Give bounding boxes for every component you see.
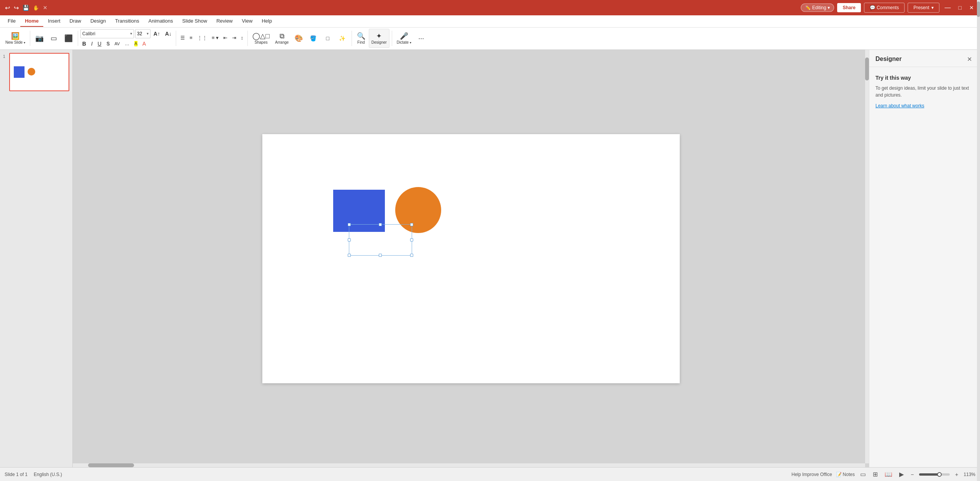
handle-br[interactable] bbox=[410, 254, 413, 257]
zoom-slider-thumb[interactable] bbox=[937, 472, 942, 477]
redo-button[interactable]: ↪ bbox=[13, 3, 20, 12]
font-decrease-button[interactable]: A↓ bbox=[163, 30, 173, 38]
handle-bm[interactable] bbox=[379, 254, 382, 257]
font-family-box[interactable]: Calibri ▾ bbox=[80, 29, 134, 38]
designer-learn-link[interactable]: Learn about what works bbox=[875, 103, 974, 108]
tab-draw[interactable]: Draw bbox=[65, 16, 86, 27]
title-bar-right: ✏️ Editing ▾ Share 💬 Comments Present ▾ … bbox=[733, 3, 976, 13]
shape-fill-button[interactable]: 🪣 bbox=[306, 29, 320, 48]
ribbon: File Home Insert Draw Design Transitions… bbox=[0, 15, 980, 50]
tab-slideshow[interactable]: Slide Show bbox=[178, 16, 212, 27]
screenshot-button[interactable]: 📷 bbox=[33, 29, 46, 48]
share-button[interactable]: Share bbox=[837, 3, 861, 12]
indent-increase-button[interactable]: ⇥ bbox=[230, 34, 238, 42]
zoom-in-button[interactable]: + bbox=[954, 471, 960, 478]
new-slide-button[interactable]: 🖼️ New Slide ▾ bbox=[3, 29, 28, 48]
zoom-out-button[interactable]: − bbox=[909, 471, 915, 478]
slide-thumbnail-1[interactable] bbox=[9, 53, 69, 91]
more-font-button[interactable]: … bbox=[123, 39, 131, 48]
bullets-button[interactable]: ☰ bbox=[178, 34, 187, 42]
window-close-button[interactable]: ✕ bbox=[967, 5, 976, 11]
designer-header: Designer ✕ bbox=[869, 50, 980, 67]
editing-badge[interactable]: ✏️ Editing ▾ bbox=[801, 3, 834, 12]
handle-mr[interactable] bbox=[410, 238, 413, 241]
slideshow-view-button[interactable]: ▭ bbox=[47, 29, 61, 48]
designer-ribbon-button[interactable]: ✦ Designer bbox=[369, 29, 389, 48]
shape-effects-button[interactable]: ✨ bbox=[335, 29, 349, 48]
slide-canvas[interactable] bbox=[262, 134, 680, 383]
minimize-button[interactable]: — bbox=[942, 4, 953, 11]
handle-bl[interactable] bbox=[348, 254, 351, 257]
font-color-button[interactable]: A bbox=[141, 39, 148, 48]
reading-view-button[interactable]: 📖 bbox=[883, 470, 894, 479]
quick-styles-icon: 🎨 bbox=[294, 35, 303, 42]
arrange-button[interactable]: ⧉ Arrange bbox=[273, 29, 291, 48]
close-button[interactable]: ✕ bbox=[42, 4, 49, 11]
handle-ml[interactable] bbox=[348, 238, 351, 241]
char-spacing-button[interactable]: AV bbox=[113, 39, 122, 48]
shape-outline-button[interactable]: □ bbox=[321, 29, 335, 48]
present-button[interactable]: Present ▾ bbox=[908, 3, 939, 13]
notes-button[interactable]: 📝 Notes bbox=[836, 472, 855, 477]
thumb-orange-area bbox=[28, 69, 35, 76]
tab-file[interactable]: File bbox=[3, 16, 20, 27]
tab-view[interactable]: View bbox=[237, 16, 257, 27]
tab-design[interactable]: Design bbox=[86, 16, 110, 27]
normal-view-button[interactable]: ▭ bbox=[859, 470, 867, 479]
italic-button[interactable]: I bbox=[89, 39, 95, 48]
undo-button[interactable]: ↩ bbox=[4, 3, 11, 12]
handle-tr[interactable] bbox=[410, 223, 413, 226]
canvas-scrollbar-h[interactable] bbox=[73, 463, 865, 467]
designer-close-button[interactable]: ✕ bbox=[965, 54, 974, 64]
slide-sorter-button[interactable]: ⊞ bbox=[871, 470, 879, 479]
shapes-button[interactable]: ◯△□ Shapes bbox=[250, 29, 272, 48]
tab-help[interactable]: Help bbox=[257, 16, 276, 27]
underline-button[interactable]: U bbox=[96, 39, 103, 48]
slideshow-button[interactable]: ▶ bbox=[898, 470, 905, 479]
tab-review[interactable]: Review bbox=[212, 16, 237, 27]
title-bar-left: ↩ ↪ 💾 ✋ ✕ bbox=[4, 3, 247, 12]
slide-panel: 1 bbox=[0, 50, 73, 467]
shapes-label: Shapes bbox=[255, 40, 268, 44]
tab-home[interactable]: Home bbox=[20, 16, 43, 27]
text-shadow-button[interactable]: S bbox=[105, 39, 111, 48]
indent-decrease-button[interactable]: ⇤ bbox=[221, 34, 229, 42]
help-improve-label[interactable]: Help Improve Office bbox=[792, 472, 832, 477]
text-box-shape[interactable] bbox=[349, 224, 412, 256]
tab-animations[interactable]: Animations bbox=[144, 16, 178, 27]
zoom-slider[interactable] bbox=[919, 473, 950, 476]
handle-tl[interactable] bbox=[348, 223, 351, 226]
find-label: Find bbox=[357, 40, 365, 44]
dictate-button[interactable]: 🎤 Dictate ▾ bbox=[394, 29, 414, 48]
ribbon-tab-bar: File Home Insert Draw Design Transitions… bbox=[0, 15, 980, 28]
quick-access-toolbar: ↩ ↪ 💾 ✋ ✕ bbox=[4, 3, 49, 12]
layout-button[interactable]: ⬛ bbox=[62, 29, 75, 48]
columns-button[interactable]: ⋮⋮ bbox=[195, 34, 209, 42]
shape-outline-icon: □ bbox=[326, 35, 329, 41]
text-highlight-button[interactable]: A bbox=[133, 39, 139, 48]
numbering-button[interactable]: ≡ bbox=[188, 34, 195, 42]
language-indicator: English (U.S.) bbox=[34, 472, 62, 477]
slide-info: Slide 1 of 1 bbox=[5, 472, 28, 477]
more-options-button[interactable]: ··· bbox=[414, 29, 428, 48]
quick-styles-button[interactable]: 🎨 bbox=[292, 29, 306, 48]
canvas-scrollbar-v-thumb[interactable] bbox=[865, 57, 869, 80]
font-increase-button[interactable]: A↑ bbox=[152, 30, 162, 38]
bold-button[interactable]: B bbox=[80, 39, 88, 48]
handle-tm[interactable] bbox=[379, 223, 382, 226]
canvas-scrollbar-v[interactable] bbox=[865, 50, 869, 463]
canvas-scrollbar-h-thumb[interactable] bbox=[88, 463, 134, 467]
save-button[interactable]: 💾 bbox=[21, 4, 30, 11]
zoom-level[interactable]: 113% bbox=[964, 472, 975, 477]
align-button[interactable]: ≡ ▾ bbox=[210, 34, 221, 42]
comments-button[interactable]: 💬 Comments bbox=[864, 3, 905, 13]
find-button[interactable]: 🔍 Find bbox=[354, 29, 368, 48]
maximize-button[interactable]: □ bbox=[956, 5, 964, 11]
tab-transitions[interactable]: Transitions bbox=[110, 16, 144, 27]
present-label: Present bbox=[913, 5, 929, 10]
tab-insert[interactable]: Insert bbox=[43, 16, 65, 27]
canvas-area[interactable] bbox=[73, 50, 869, 467]
font-size-box[interactable]: 32 ▾ bbox=[135, 29, 151, 38]
touch-mode-button[interactable]: ✋ bbox=[32, 4, 40, 11]
line-spacing-button[interactable]: ↕ bbox=[239, 34, 245, 42]
